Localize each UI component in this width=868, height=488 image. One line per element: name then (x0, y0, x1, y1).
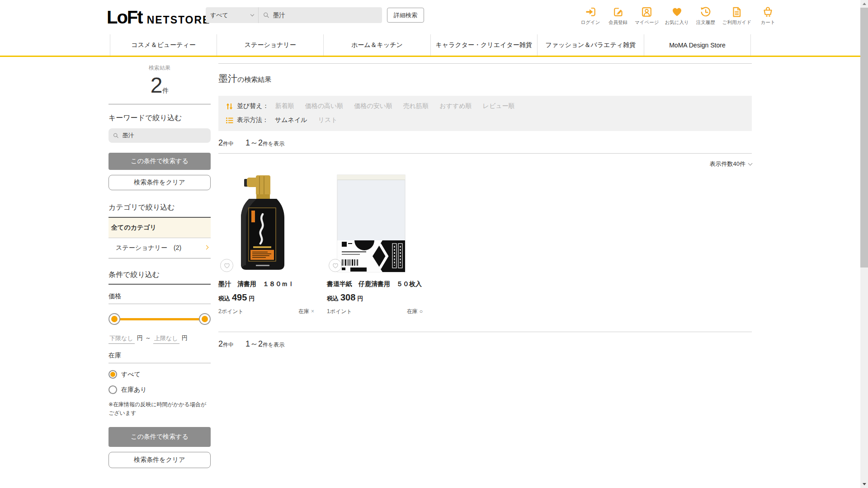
product-points: 1ポイント (327, 308, 352, 315)
keyword-filter-input[interactable] (123, 132, 206, 139)
keyword-filter-box[interactable] (108, 128, 211, 143)
stock-option-instock[interactable]: 在庫あり (108, 385, 211, 394)
product-image-ink[interactable] (221, 173, 304, 274)
favorite-toggle-button[interactable] (329, 259, 342, 272)
view-row: 表示方法： サムネイル リスト (226, 116, 745, 124)
price-slider-handle-max[interactable] (199, 313, 211, 325)
category-all-row[interactable]: 全てのカテゴリ (108, 218, 211, 238)
apply-filter-button-top[interactable]: この条件で検索する (108, 153, 211, 170)
price-slider-handle-min[interactable] (108, 313, 120, 325)
scrollbar-thumb[interactable] (860, 8, 868, 267)
price-range-tilde: ～ (145, 334, 151, 344)
product-stock: 在庫○ (407, 308, 423, 315)
sort-option-price-high[interactable]: 価格の高い順 (305, 102, 344, 110)
radio-unselected-icon[interactable] (108, 385, 117, 394)
mypage-link[interactable]: マイページ (635, 6, 659, 26)
product-image-paper[interactable] (329, 173, 413, 274)
loft-logo[interactable]: LoFt NETSTORE (107, 7, 210, 28)
login-link[interactable]: ログイン (580, 6, 601, 26)
tax-label: 税込 (327, 295, 339, 302)
nav-item-fashion[interactable]: ファッション＆バラエティ雑貨 (537, 34, 644, 56)
header-search-input[interactable] (273, 12, 377, 19)
favorites-icon (671, 6, 683, 18)
favorite-toggle-button[interactable] (220, 259, 233, 272)
nav-item-cosme[interactable]: コスメ＆ビューティー (110, 34, 217, 56)
scrollbar-down-button[interactable] (860, 480, 868, 488)
product-price: 税込308円 (327, 292, 435, 303)
price-slider-track[interactable] (113, 318, 206, 320)
price-min-input[interactable] (108, 334, 135, 344)
register-label: 会員登録 (609, 19, 627, 26)
per-page-select[interactable]: 表示件数40件 (218, 160, 752, 168)
clear-filter-button-top[interactable]: 検索条件をクリア (108, 175, 211, 190)
sort-updown-icon (226, 103, 233, 110)
radio-selected-icon[interactable] (108, 370, 117, 379)
product-meta: 1ポイント 在庫○ (327, 308, 423, 315)
view-option-thumbnail[interactable]: サムネイル (275, 116, 307, 124)
guide-label: ご利用ガイド (722, 19, 751, 26)
heart-outline-icon (332, 262, 339, 269)
header-search-box[interactable] (258, 7, 382, 23)
search-icon (113, 132, 119, 139)
browser-scrollbar[interactable] (860, 0, 868, 488)
product-card-paper[interactable]: 書道半紙 仔鹿清書用 ５０枚入 税込308円 1ポイント 在庫○ (327, 173, 435, 315)
order-history-link[interactable]: 注文履歴 (695, 6, 717, 26)
guide-link[interactable]: ご利用ガイド (722, 6, 751, 26)
keyword-filter-heading: キーワードで絞り込む (108, 113, 211, 123)
header-search-group: すべて (206, 7, 382, 23)
count-range: 1～2 (245, 138, 263, 147)
loft-logo-mark: LoFt (107, 7, 142, 28)
cart-icon (762, 6, 774, 18)
stock-option-instock-label: 在庫あり (121, 386, 147, 394)
count-total: 2 (218, 138, 223, 147)
stock-filter-label: 在庫 (108, 352, 211, 363)
sort-option-bestseller[interactable]: 売れ筋順 (403, 102, 429, 110)
advanced-search-button[interactable]: 詳細検索 (387, 8, 424, 23)
result-count-number: 2 (151, 73, 163, 97)
sort-option-newest[interactable]: 新着順 (275, 102, 294, 110)
nav-item-home-kitchen[interactable]: ホーム＆キッチン (323, 34, 430, 56)
favorites-link[interactable]: お気に入り (665, 6, 689, 26)
product-points: 2ポイント (218, 308, 244, 315)
nav-item-stationery[interactable]: ステーショナリー (217, 34, 323, 56)
nav-item-character[interactable]: キャラクター・クリエイター雑貨 (430, 34, 537, 56)
per-page-label: 表示件数40件 (710, 160, 745, 168)
search-results-main: 墨汁の検索結果 並び替え： 新着順 価格の高い順 価格の安い順 売れ筋順 おすす… (218, 63, 752, 349)
cart-label: カート (761, 19, 775, 26)
sort-option-review[interactable]: レビュー順 (483, 102, 515, 110)
filter-sidebar: 検索結果 2件 キーワードで絞り込む この条件で検索する 検索条件をクリア カテ… (108, 64, 211, 468)
view-label: 表示方法： (237, 116, 269, 124)
page-title-keyword: 墨汁 (218, 73, 237, 84)
sort-option-price-low[interactable]: 価格の安い順 (354, 102, 392, 110)
price-range-slider (108, 313, 211, 325)
clear-filter-button-bottom[interactable]: 検索条件をクリア (108, 452, 211, 468)
stock-option-all[interactable]: すべて (108, 370, 211, 379)
sidebar-divider (108, 104, 211, 104)
price-filter-label: 価格 (108, 292, 211, 304)
category-filter-heading: カテゴリで絞り込む (108, 203, 211, 212)
product-card-ink[interactable]: 墨汁 清書用 １８０ｍｌ 税込495円 2ポイント 在庫× (218, 173, 327, 315)
scrollbar-up-button[interactable] (860, 0, 868, 8)
mypage-label: マイページ (635, 19, 659, 26)
product-price: 税込495円 (218, 292, 327, 303)
price-max-input[interactable] (153, 334, 179, 344)
chevron-right-icon (204, 245, 209, 250)
tax-label: 税込 (218, 295, 230, 302)
apply-filter-button-bottom[interactable]: この条件で検索する (108, 427, 211, 447)
product-name[interactable]: 書道半紙 仔鹿清書用 ５０枚入 (327, 280, 435, 288)
sort-option-recommended[interactable]: おすすめ順 (439, 102, 472, 110)
register-link[interactable]: 会員登録 (607, 6, 629, 26)
search-category-select[interactable]: すべて (206, 7, 258, 23)
view-option-list[interactable]: リスト (318, 116, 338, 124)
main-nav: コスメ＆ビューティー ステーショナリー ホーム＆キッチン キャラクター・クリエイ… (110, 34, 751, 56)
stock-label: 在庫 (407, 308, 418, 314)
result-count-label: 検索結果 (108, 64, 211, 72)
chevron-down-icon (748, 161, 753, 166)
category-stationery-row[interactable]: ステーショナリー (2) (108, 238, 211, 258)
product-name[interactable]: 墨汁 清書用 １８０ｍｌ (218, 280, 327, 288)
cart-link[interactable]: カート (757, 6, 779, 26)
nav-item-moma[interactable]: MoMA Design Store (644, 34, 751, 56)
currency-label: 円 (357, 295, 363, 302)
login-label: ログイン (581, 19, 600, 26)
calligraphy-paper-image (329, 173, 413, 274)
